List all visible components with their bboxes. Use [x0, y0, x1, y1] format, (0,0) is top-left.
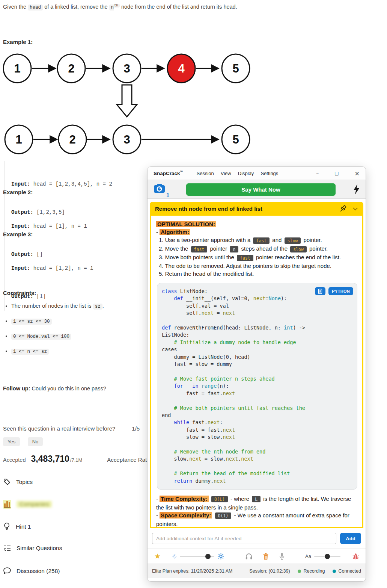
bug-icon[interactable]	[352, 553, 359, 560]
time-complexity: - Time Complexity: O(L) - where L is the…	[156, 495, 358, 511]
recording-dot	[298, 570, 301, 573]
followup: Follow up: Could you do this in one pass…	[3, 385, 106, 391]
opacity-slider-knob[interactable]	[205, 554, 211, 559]
bottom-toolbar: ★ Aa	[148, 549, 366, 564]
topics-label: Topics	[16, 479, 33, 485]
maximize-button[interactable]: □	[334, 171, 339, 176]
code-lines: class ListNode: def __init__(self, val=0…	[162, 288, 352, 485]
screenshot-camera-button[interactable]: 1	[154, 183, 166, 195]
accepted-value: 3,483,710	[31, 454, 69, 464]
opacity-slider[interactable]	[180, 556, 214, 557]
session-timer: Session: (01:02:39)	[249, 568, 290, 574]
favorite-star-icon[interactable]: ★	[154, 553, 161, 560]
chevron-down-icon[interactable]	[352, 207, 358, 211]
close-button[interactable]: ×	[355, 170, 360, 177]
language-badge: PYTHON	[328, 287, 353, 295]
algorithm-heading: - Algorithm:	[156, 228, 358, 236]
example3-title: Example 3:	[3, 231, 33, 237]
survey-text: Seen this question in a real interview b…	[3, 425, 115, 432]
add-context-button[interactable]: Add	[340, 533, 361, 544]
linked-list-diagram: 1 2 3 4 5 1 2 3 5	[3, 48, 258, 158]
solution-panel: Remove nth node from end of linked list …	[150, 202, 363, 528]
toolbar-middle-icons	[245, 553, 285, 560]
input-value: head = [1], n = 1	[30, 223, 87, 229]
plan-expiry: Elite Plan expires: 11/20/2025 2:31 AM	[152, 568, 233, 574]
trademark: ™	[180, 170, 183, 174]
hint-row[interactable]: Hint 1	[3, 522, 31, 531]
window-titlebar: SnapCrack™ Session View Display Settings…	[148, 167, 366, 180]
input-label: Input:	[11, 181, 30, 187]
hint-label: Hint 1	[16, 523, 31, 530]
solution-title: Remove nth node from end of linked list	[155, 206, 262, 212]
companies-row[interactable]: Companies	[3, 500, 52, 509]
similar-questions-row[interactable]: Similar Questions	[3, 544, 62, 552]
down-arrow	[117, 85, 137, 117]
node-value: 4	[178, 62, 185, 75]
example1-title: Example 1:	[3, 39, 33, 45]
headphones-icon[interactable]	[245, 553, 253, 560]
say-what-now-button[interactable]: Say What Now	[186, 183, 336, 196]
survey-score: 1/5	[132, 425, 140, 432]
microphone-icon[interactable]	[279, 553, 285, 560]
node-value: 1	[15, 133, 22, 146]
trash-icon[interactable]	[262, 553, 269, 560]
menu-view[interactable]: View	[221, 171, 231, 176]
copy-code-button[interactable]	[315, 287, 325, 295]
algorithm-step: 4. The ode to be removed. Adjust the poi…	[159, 262, 358, 270]
context-input[interactable]	[152, 533, 336, 544]
sun-large-icon[interactable]	[217, 553, 224, 560]
algorithm-step: 2. Move the fast pointer n steps ahead o…	[159, 245, 358, 253]
font-size-slider-knob[interactable]	[325, 554, 330, 559]
constraint-item: 1 <= n <= sz	[11, 348, 104, 356]
node-value: 3	[123, 62, 130, 75]
companies-label: Companies	[17, 501, 52, 508]
similar-questions-icon	[3, 544, 11, 552]
discussion-label: Discussion (258)	[17, 568, 60, 574]
acceptance-rate-label: Acceptance Rate	[107, 456, 150, 463]
lightbulb-icon	[3, 522, 11, 531]
constraints-list: The number of nodes in the list is sz. 1…	[5, 303, 104, 363]
menu-session[interactable]: Session	[197, 171, 214, 176]
topics-row[interactable]: Topics	[3, 478, 33, 486]
constraints-title: Constraints:	[3, 290, 36, 296]
app-title: SnapCrack™	[154, 170, 183, 176]
space-complexity: - Space Complexity: O(1) - We use a cons…	[156, 511, 358, 528]
input-value: head = [1,2], n = 1	[30, 265, 93, 271]
context-input-row: Add	[148, 528, 366, 549]
discussion-row[interactable]: Discussion (258)	[3, 567, 60, 575]
connected-dot	[333, 570, 336, 573]
menu-settings[interactable]: Settings	[261, 171, 278, 176]
algorithm-step: 5. Return the head of the modified list.	[159, 270, 358, 278]
no-button[interactable]: No	[28, 437, 43, 446]
sun-small-icon	[172, 554, 177, 559]
menubar: Session View Display Settings	[197, 171, 279, 176]
pin-icon[interactable]	[339, 204, 347, 213]
constraint-item: 0 <= Node.val <= 100	[11, 333, 104, 341]
example3-io: Input: head = [1,2], n = 1 Output: [1]	[4, 245, 93, 311]
window-bottom-edge	[148, 578, 366, 582]
similar-questions-label: Similar Questions	[17, 545, 62, 552]
font-size-slider[interactable]	[314, 556, 340, 557]
input-label: Input:	[11, 223, 30, 229]
yes-button[interactable]: Yes	[3, 437, 20, 446]
input-value: head = [1,2,3,4,5], n = 2	[30, 181, 112, 187]
algorithm-step: 3. Move both pointers until the fast poi…	[159, 253, 358, 262]
clipboard-icon	[318, 289, 323, 294]
screenshot-count: 1	[166, 192, 169, 198]
solution-panel-header[interactable]: Remove nth node from end of linked list	[150, 202, 363, 216]
opacity-slider-group	[172, 553, 224, 560]
lightning-bolt-icon[interactable]	[353, 184, 360, 195]
optimal-solution-heading: OPTIMAL SOLUTION:	[156, 220, 358, 228]
solution-panel-body: OPTIMAL SOLUTION: - Algorithm: 1. Use a …	[150, 216, 363, 528]
node-value: 5	[232, 62, 239, 75]
example2-title: Example 2:	[3, 189, 33, 195]
tag-icon	[3, 478, 11, 486]
action-bar: 1 Say What Now	[148, 180, 366, 199]
minimize-button[interactable]: –	[316, 170, 319, 176]
menu-display[interactable]: Display	[238, 171, 254, 176]
camera-icon	[154, 183, 165, 193]
font-size-slider-group: Aa	[305, 553, 340, 559]
accepted-total: /7.1M	[70, 457, 83, 463]
survey-question: Seen this question in a real interview b…	[3, 425, 140, 432]
solution-text: OPTIMAL SOLUTION: - Algorithm: 1. Use a …	[156, 220, 358, 278]
